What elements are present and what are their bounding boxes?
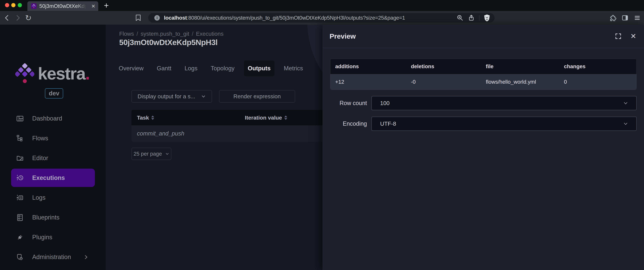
shield-account-icon bbox=[16, 253, 24, 261]
tab-topology[interactable]: Topology bbox=[207, 60, 238, 76]
tab-overview[interactable]: Overview bbox=[115, 60, 148, 76]
bookmark-icon[interactable] bbox=[133, 11, 143, 25]
sidebar-item-plugins[interactable]: Plugins bbox=[11, 227, 95, 247]
sidebar-item-logs[interactable]: Logs bbox=[11, 188, 95, 208]
folder-edit-icon bbox=[16, 154, 24, 162]
back-icon[interactable] bbox=[2, 11, 12, 25]
breadcrumb: Flows/system.push_to_git/Executions bbox=[119, 30, 224, 37]
sort-icon[interactable] bbox=[151, 116, 154, 120]
sidebar-item-executions[interactable]: Executions bbox=[11, 169, 95, 187]
preview-table-row: +12 -0 flows/hello_world.yml 0 bbox=[330, 74, 636, 90]
window-fullscreen-button[interactable] bbox=[18, 3, 22, 7]
sidebar-item-label: Dashboard bbox=[32, 115, 62, 122]
browser-toolbar: ↻ i localhost:8080/ui/executions/system/… bbox=[0, 11, 644, 25]
deletions-cell: -0 bbox=[406, 79, 481, 85]
per-page-label: 25 per page bbox=[134, 151, 162, 157]
tab-metrics[interactable]: Metrics bbox=[280, 60, 307, 76]
column-header-deletions: deletions bbox=[406, 63, 481, 69]
share-icon[interactable] bbox=[468, 14, 475, 21]
preview-drawer: Preview ✕ additions deletions file chang… bbox=[322, 25, 644, 270]
row-count-select[interactable]: 100 bbox=[372, 96, 636, 110]
ballot-icon bbox=[16, 213, 24, 222]
fullscreen-icon[interactable] bbox=[614, 32, 622, 40]
sidebar-item-settings[interactable]: ⚙ Settings bbox=[11, 267, 95, 270]
sidebar-item-label: Flows bbox=[32, 135, 48, 142]
view-dashboard-icon bbox=[16, 114, 24, 123]
browser-menu-icon[interactable] bbox=[634, 14, 641, 21]
sidebar-item-administration[interactable]: Administration bbox=[11, 247, 95, 267]
sidebar-item-flows[interactable]: Flows bbox=[11, 128, 95, 148]
url-path: :8080/ui/executions/system/push_to_git/5… bbox=[187, 15, 405, 21]
execution-tabs: Overview Gantt Logs Topology Outputs Met… bbox=[115, 60, 312, 76]
file-tree-icon bbox=[16, 134, 24, 143]
site-info-icon[interactable]: i bbox=[154, 15, 160, 20]
sidebar-item-label: Editor bbox=[32, 155, 48, 162]
sidebar-item-editor[interactable]: Editor bbox=[11, 148, 95, 168]
row-count-label: Row count bbox=[330, 100, 372, 106]
sidebar-item-label: Executions bbox=[32, 174, 65, 181]
tab-logs[interactable]: Logs bbox=[181, 60, 201, 76]
breadcrumb-flows[interactable]: Flows bbox=[119, 30, 134, 37]
column-header-iteration-value[interactable]: Iteration value bbox=[245, 115, 287, 121]
sidebar-item-dashboard[interactable]: Dashboard bbox=[11, 109, 95, 128]
breadcrumb-namespace-flow[interactable]: system.push_to_git bbox=[140, 30, 189, 37]
encoding-select[interactable]: UTF-8 bbox=[372, 117, 636, 131]
render-expression-button[interactable]: Render expression bbox=[219, 90, 295, 103]
sidebar-item-label: Administration bbox=[32, 254, 71, 261]
zoom-page-icon[interactable] bbox=[456, 14, 464, 21]
timeline-clock-icon bbox=[16, 174, 24, 182]
tab-outputs[interactable]: Outputs bbox=[244, 60, 274, 76]
additions-cell: +12 bbox=[330, 79, 406, 85]
sidebar-panel-icon[interactable] bbox=[622, 14, 628, 21]
tab-close-icon[interactable]: ✕ bbox=[91, 3, 95, 9]
execution-id-title: 50j3mOt0wDtXeKdp5NpH3l bbox=[119, 38, 218, 47]
display-output-select[interactable]: Display output for a s... bbox=[132, 90, 212, 103]
sidebar-item-blueprints[interactable]: Blueprints bbox=[11, 208, 95, 227]
url-bar[interactable]: i localhost:8080/ui/executions/system/pu… bbox=[148, 13, 494, 22]
window-close-button[interactable] bbox=[5, 3, 9, 7]
breadcrumb-executions[interactable]: Executions bbox=[196, 30, 224, 37]
chevron-down-icon bbox=[623, 121, 628, 126]
column-header-task[interactable]: Task bbox=[137, 115, 245, 121]
preview-table-header: additions deletions file changes bbox=[330, 59, 636, 74]
render-expression-label: Render expression bbox=[234, 93, 281, 100]
chevron-down-icon bbox=[165, 152, 169, 156]
sidebar-item-label: Logs bbox=[32, 194, 46, 201]
sort-icon[interactable] bbox=[284, 116, 287, 120]
forward-icon[interactable] bbox=[13, 11, 22, 25]
browser-tab[interactable]: 50j3mOt0wDtXeKdp5NpH3l | ✕ bbox=[28, 1, 98, 11]
kestra-logo-text: kestra. bbox=[38, 65, 90, 82]
new-tab-button[interactable]: + bbox=[104, 0, 109, 11]
reload-icon[interactable]: ↻ bbox=[24, 11, 33, 25]
brave-shield-icon[interactable] bbox=[484, 14, 490, 21]
tab-gantt[interactable]: Gantt bbox=[153, 60, 175, 76]
close-icon[interactable]: ✕ bbox=[630, 33, 636, 40]
browser-tab-strip: 50j3mOt0wDtXeKdp5NpH3l | ✕ + bbox=[0, 0, 644, 11]
kestra-logo[interactable]: kestra. bbox=[15, 63, 90, 84]
kestra-logo-mark-icon bbox=[15, 63, 34, 84]
sidebar-item-label: Plugins bbox=[32, 234, 52, 241]
url-host: localhost bbox=[164, 15, 187, 21]
breadcrumb-separator: / bbox=[136, 30, 138, 37]
sidebar-item-label: Blueprints bbox=[32, 214, 60, 221]
extensions-puzzle-icon[interactable] bbox=[609, 14, 616, 21]
preview-title: Preview bbox=[330, 32, 356, 40]
kestra-favicon-icon bbox=[31, 3, 37, 9]
preview-table: additions deletions file changes +12 -0 … bbox=[330, 59, 636, 90]
encoding-label: Encoding bbox=[330, 120, 372, 127]
file-cell: flows/hello_world.yml bbox=[481, 79, 559, 85]
row-count-value: 100 bbox=[380, 100, 390, 106]
browser-tab-title: 50j3mOt0wDtXeKdp5NpH3l | bbox=[39, 3, 86, 9]
chevron-right-icon bbox=[84, 247, 88, 267]
task-cell[interactable]: commit_and_push bbox=[137, 130, 184, 137]
window-minimize-button[interactable] bbox=[11, 3, 16, 7]
toolbar-separator bbox=[479, 15, 480, 20]
column-header-additions: additions bbox=[330, 63, 406, 69]
changes-cell: 0 bbox=[559, 79, 636, 85]
timeline-text-icon bbox=[16, 194, 24, 202]
per-page-select[interactable]: 25 per page bbox=[132, 148, 172, 160]
logo-dot: . bbox=[85, 64, 90, 83]
column-header-changes: changes bbox=[559, 63, 636, 69]
row-count-field: Row count 100 bbox=[330, 96, 636, 110]
breadcrumb-separator: / bbox=[192, 30, 194, 37]
